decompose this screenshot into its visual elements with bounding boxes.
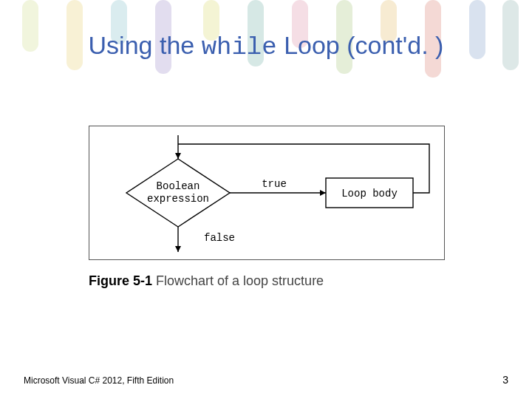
footer-source: Microsoft Visual C# 2012, Fifth Edition [24,375,174,386]
decision-label-line1: Boolean [157,180,200,192]
flowchart-figure: Boolean expression true Loop body false [89,126,445,260]
slide-title: Using the while Loop (cont'd. ) [0,31,532,61]
figure-number: Figure 5-1 [89,273,152,288]
false-label: false [204,232,235,244]
title-keyword: while [202,33,277,61]
figure-caption-text: Flowchart of a loop structure [152,273,324,288]
title-prefix: Using the [89,31,202,59]
title-suffix: Loop (cont'd. ) [277,31,444,59]
footer-page-number: 3 [502,374,508,386]
true-label: true [262,178,287,190]
decision-label-line2: expression [147,193,209,205]
figure-caption: Figure 5-1 Flowchart of a loop structure [89,273,324,289]
loop-body-label: Loop body [341,188,398,200]
